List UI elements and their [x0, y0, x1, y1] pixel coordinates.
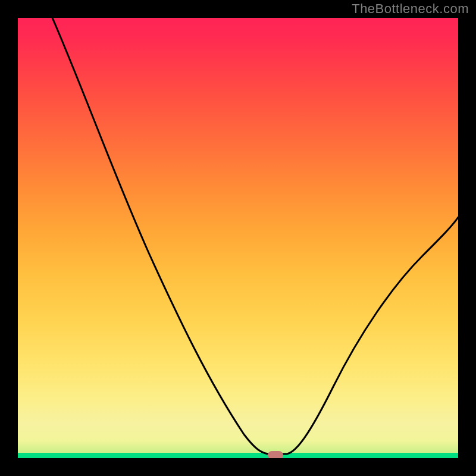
chart-container: TheBottleneck.com — [0, 0, 476, 476]
bottleneck-curve — [52, 18, 458, 454]
optimal-point-marker — [268, 451, 283, 458]
plot-area — [18, 18, 458, 458]
watermark-text: TheBottleneck.com — [352, 1, 469, 17]
curve-layer — [18, 18, 458, 458]
